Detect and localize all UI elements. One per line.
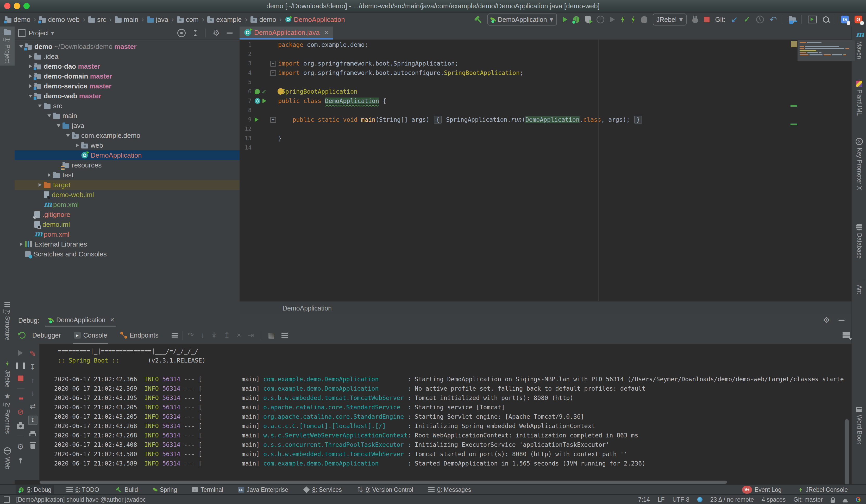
line-separator[interactable]: LF	[658, 496, 665, 503]
stop-process-button[interactable]	[18, 376, 23, 381]
stripe-button-plantuml[interactable]: PlantUML	[852, 78, 866, 118]
view-breakpoints-icon[interactable]: ●●	[18, 395, 22, 401]
debugger-settings-gear-icon[interactable]: ⚙	[17, 443, 24, 451]
project-settings-gear-icon[interactable]: ⚙	[213, 29, 220, 37]
hide-tool-window-button[interactable]	[226, 33, 233, 34]
tree-row-Scratches and Consoles[interactable]: Scratches and Consoles	[14, 249, 240, 259]
update-project-button[interactable]: ↙	[731, 15, 738, 24]
tree-row-pom.xml[interactable]: pom.xml	[14, 229, 240, 239]
run-configuration-select[interactable]: DemoApplication ▾	[487, 13, 557, 25]
tree-row-resources[interactable]: resources	[14, 160, 240, 170]
tree-row-test[interactable]: test	[14, 170, 240, 180]
google-icon[interactable]: G	[856, 496, 861, 504]
tree-row-.gitignore[interactable]: .gitignore	[14, 210, 240, 219]
thread-dump-icon[interactable]	[17, 424, 24, 429]
fold-marker-icon[interactable]: −	[270, 61, 276, 67]
translate-orange-icon[interactable]: G	[855, 15, 862, 23]
commit-button[interactable]: ✓	[744, 15, 750, 23]
run-button[interactable]	[563, 16, 567, 22]
toolwindow-button-todo[interactable]: 6: TODO	[64, 485, 101, 495]
tree-row-web[interactable]: web	[14, 140, 240, 150]
translate-blue-icon[interactable]: G	[841, 15, 849, 23]
tree-row-pom.xml[interactable]: pom.xml	[14, 200, 240, 210]
history-icon[interactable]	[756, 15, 764, 23]
project-structure-button[interactable]	[789, 18, 796, 23]
code-line-13[interactable]: 13}	[240, 134, 852, 143]
tree-expand-arrow-icon[interactable]	[45, 173, 53, 177]
rollback-button[interactable]: ↶	[770, 15, 777, 24]
run-gutter-icon[interactable]	[255, 117, 258, 122]
breadcrumb-item-demo[interactable]: demo	[251, 15, 276, 24]
breadcrumb-item-src[interactable]: src	[88, 15, 106, 24]
stripe-button-project[interactable]: 1: Project	[0, 26, 14, 66]
tree-row-External Libraries[interactable]: External Libraries	[14, 239, 240, 249]
tree-row-target[interactable]: target	[14, 180, 240, 190]
search-everywhere-button[interactable]	[823, 16, 829, 23]
tree-expand-arrow-icon[interactable]	[74, 144, 81, 147]
indent-setting[interactable]: 4 spaces	[762, 496, 786, 503]
breadcrumb-item-com[interactable]: com	[177, 15, 199, 24]
git-branch[interactable]: Git: master	[793, 496, 822, 503]
breadcrumb-item-java[interactable]: java	[147, 15, 168, 24]
checks-gutter-icon[interactable]: ✓✓	[262, 87, 266, 96]
code-line-4[interactable]: 4−import org.springframework.boot.autoco…	[240, 68, 852, 78]
stop-button[interactable]	[704, 16, 710, 22]
toolwindow-button-debug[interactable]: 5: Debug	[15, 485, 54, 495]
event-log-button[interactable]: 9+ Event Log	[740, 485, 784, 495]
chevron-down-icon[interactable]: ▾	[51, 30, 54, 36]
tree-row-demo-dao[interactable]: demo-dao master	[14, 61, 240, 71]
fold-marker-icon[interactable]: +	[270, 117, 276, 123]
tree-row-.idea[interactable]: .idea	[14, 51, 240, 61]
collapse-all-button[interactable]	[192, 30, 199, 36]
debug-button[interactable]	[573, 16, 579, 23]
soft-wrap-icon[interactable]: ⇄	[30, 403, 36, 410]
code-line-7[interactable]: 7public class DemoApplication {	[240, 96, 852, 106]
jrebel-select[interactable]: JRebel ▾	[653, 13, 687, 25]
tree-expand-arrow-icon[interactable]	[36, 105, 44, 107]
tree-row-demo-service[interactable]: demo-service master	[14, 81, 240, 91]
file-encoding[interactable]: UTF-8	[673, 496, 689, 503]
marker-pencil-icon[interactable]: ✎	[30, 350, 36, 358]
close-tab-icon[interactable]: ×	[324, 28, 328, 37]
mute-breakpoints-icon[interactable]: ⊘	[17, 408, 24, 416]
debug-tab-console[interactable]: ▸Console	[73, 327, 108, 344]
run-with-coverage-button[interactable]	[585, 16, 591, 23]
tree-row-DemoApplication[interactable]: DemoApplication	[14, 150, 240, 160]
toolwindow-switcher-icon[interactable]	[4, 496, 10, 503]
tree-expand-arrow-icon[interactable]	[17, 242, 25, 246]
editor-tab[interactable]: DemoApplication.java ×	[240, 26, 333, 38]
code-line-3[interactable]: 3−import org.springframework.boot.Spring…	[240, 59, 852, 68]
stripe-button-ant[interactable]: Ant	[852, 276, 866, 297]
sync-status-icon[interactable]	[697, 497, 702, 502]
debug-session-tab[interactable]: DemoApplication ×	[45, 314, 118, 325]
toolwindow-button-build[interactable]: Build	[112, 485, 141, 495]
tree-expand-arrow-icon[interactable]	[36, 183, 44, 187]
code-line-1[interactable]: 1package com.example.demo;	[240, 40, 852, 49]
horizontal-scrollbar[interactable]	[14, 480, 852, 484]
bean-gutter-icon[interactable]	[255, 89, 260, 94]
lock-icon[interactable]	[831, 500, 835, 503]
fold-marker-icon[interactable]: −	[270, 70, 276, 76]
caret-position[interactable]: 7:14	[638, 496, 650, 503]
evaluate-expression-icon[interactable]: ▦	[268, 332, 275, 339]
stripe-button-favorites[interactable]: ★2: Favorites	[0, 390, 14, 436]
code-line-14[interactable]: 14	[240, 143, 852, 152]
code-line-12[interactable]: 12	[240, 124, 852, 134]
code-line-8[interactable]: 8	[240, 106, 852, 115]
spring-gutter-icon[interactable]	[255, 98, 260, 104]
code-line-6[interactable]: 6✓✓@SpringBootApplication	[240, 87, 852, 96]
stripe-button-structure[interactable]: 7: Structure	[0, 299, 14, 343]
tree-row-java[interactable]: java	[14, 121, 240, 130]
console-options-icon[interactable]	[281, 333, 288, 338]
editor-breadcrumbs[interactable]: DemoApplication	[240, 301, 852, 314]
console-output[interactable]: =========|_|==============|___/=/_/_/_/ …	[40, 344, 845, 480]
inspections-indicator[interactable]	[791, 41, 797, 47]
close-session-icon[interactable]: ×	[110, 316, 114, 324]
tree-expand-arrow-icon[interactable]	[64, 134, 72, 137]
debug-tab-endpoints[interactable]: Endpoints	[119, 327, 159, 344]
breadcrumb-class[interactable]: DemoApplication	[282, 305, 332, 312]
jrebel-run-button[interactable]	[621, 16, 625, 23]
debug-settings-gear-icon[interactable]: ⚙	[823, 316, 830, 324]
run-anything-button[interactable]	[808, 15, 817, 23]
tree-row-demo[interactable]: demo ~/Downloads/demo master	[14, 42, 240, 51]
